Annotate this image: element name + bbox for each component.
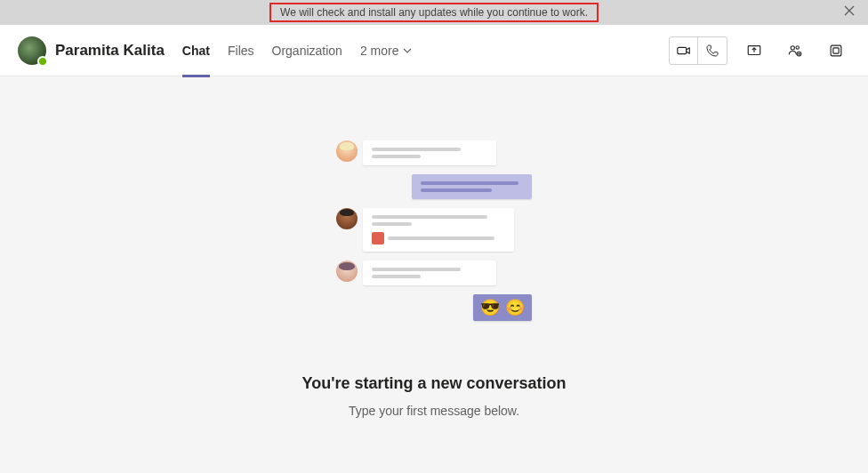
sunglasses-emoji: 😎	[480, 300, 500, 316]
svg-rect-5	[831, 45, 841, 56]
conversation-illustration: 😎 😊	[336, 140, 532, 330]
chevron-down-icon	[403, 46, 412, 55]
phone-icon	[705, 44, 719, 58]
share-screen-button[interactable]	[740, 37, 768, 64]
share-screen-icon	[746, 43, 762, 59]
close-icon[interactable]	[843, 4, 856, 20]
empty-state-headline: You're starting a new conversation	[301, 374, 566, 393]
video-call-button[interactable]	[670, 37, 698, 64]
tab-files[interactable]: Files	[228, 25, 254, 76]
add-people-button[interactable]	[781, 37, 809, 64]
update-message: We will check and install any updates wh…	[280, 6, 588, 19]
tab-more-dropdown[interactable]: 2 more	[360, 44, 412, 58]
svg-rect-6	[833, 47, 839, 52]
people-add-icon	[787, 43, 803, 59]
update-notification-bar: We will check and install any updates wh…	[0, 0, 868, 25]
contact-avatar[interactable]	[18, 36, 46, 65]
svg-point-3	[796, 45, 799, 48]
tab-bar: Chat Files Organization 2 more	[182, 25, 412, 76]
update-message-highlight: We will check and install any updates wh…	[269, 3, 599, 22]
call-action-group	[669, 36, 727, 65]
empty-state: 😎 😊 You're starting a new conversation T…	[0, 76, 868, 418]
audio-call-button[interactable]	[698, 37, 727, 64]
video-icon	[676, 43, 692, 59]
tab-chat[interactable]: Chat	[182, 25, 210, 76]
popout-icon	[828, 43, 844, 59]
smile-emoji: 😊	[505, 300, 525, 316]
contact-name: Paramita Kalita	[55, 42, 165, 60]
chat-header: Paramita Kalita Chat Files Organization …	[0, 25, 868, 76]
svg-point-2	[791, 45, 794, 49]
presence-available-icon	[37, 56, 48, 67]
empty-state-subline: Type your first message below.	[349, 404, 519, 418]
tab-organization[interactable]: Organization	[272, 25, 342, 76]
svg-rect-0	[677, 47, 686, 53]
header-actions	[669, 36, 850, 65]
popout-button[interactable]	[822, 37, 850, 64]
